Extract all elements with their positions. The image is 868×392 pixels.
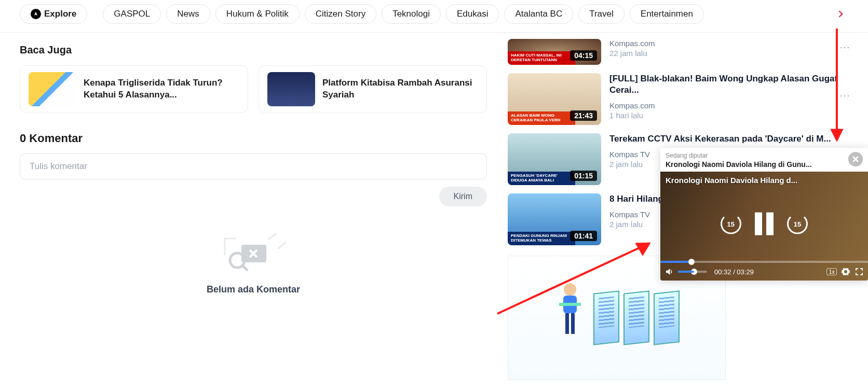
speaker-icon	[664, 267, 674, 276]
video-thumb: HAKIM CUTI MASSAL, INI DERETAN TUNTUTANN…	[508, 39, 601, 65]
nav-explore-label: Explore	[44, 9, 76, 19]
nav-item-gaspol[interactable]: GASPOL	[103, 4, 161, 24]
pause-button[interactable]	[755, 213, 774, 235]
nav-item-news[interactable]: News	[166, 4, 210, 24]
empty-comments: Belum ada Komentar	[20, 224, 487, 295]
comments-heading: 0 Komentar	[20, 132, 487, 145]
volume-button[interactable]	[664, 267, 674, 276]
nav-item-hukum[interactable]: Hukum & Politik	[215, 4, 300, 24]
read-card[interactable]: Kenapa Trigliserida Tidak Turun? Ketahui…	[20, 65, 248, 113]
nav-scroll-right[interactable]	[833, 6, 848, 22]
video-title: Terekam CCTV Aksi Kekerasan pada 'Daycar…	[609, 133, 848, 145]
video-duration: 01:15	[570, 171, 597, 181]
video-row[interactable]: ALASAN BAIM WONG CERAIKAN PAULA VERH 21:…	[508, 73, 848, 125]
read-card[interactable]: Platform Kitabisa Rambah Asuransi Syaria…	[259, 65, 487, 113]
player-time: 00:32 / 03:29	[714, 268, 754, 276]
player-video[interactable]: Kronologi Naomi Daviola Hilang d... 15 1…	[660, 172, 868, 281]
top-nav: Explore GASPOL News Hukum & Politik Citi…	[0, 0, 868, 33]
player-status: Sedang diputar	[666, 152, 844, 159]
nav-item-tekno[interactable]: Teknologi	[382, 4, 441, 24]
nav-item-atalanta[interactable]: Atalanta BC	[504, 4, 573, 24]
video-thumb: ALASAN BAIM WONG CERAIKAN PAULA VERH 21:…	[508, 73, 601, 125]
send-button[interactable]: Kirim	[439, 187, 487, 206]
read-title: Platform Kitabisa Rambah Asuransi Syaria…	[322, 77, 478, 101]
video-source: Kompas.com	[609, 39, 842, 48]
rewind-15-button[interactable]: 15	[721, 214, 741, 234]
empty-text: Belum ada Komentar	[20, 284, 487, 295]
read-thumb	[267, 72, 315, 106]
lower-third: ALASAN BAIM WONG CERAIKAN PAULA VERH	[508, 111, 575, 125]
video-ago: 22 jam lalu	[609, 49, 842, 58]
read-thumb	[29, 72, 76, 106]
video-title: [FULL] Blak-blakan! Baim Wong Ungkap Ala…	[609, 73, 842, 96]
video-source: Kompas.com	[609, 101, 842, 110]
comment-input[interactable]	[20, 153, 487, 179]
close-icon	[852, 156, 859, 163]
nav-item-entertainment[interactable]: Entertainmen	[630, 4, 704, 24]
nav-explore[interactable]: Explore	[20, 4, 87, 24]
lower-third: HAKIM CUTI MASSAL, INI DERETAN TUNTUTANN	[508, 51, 575, 65]
video-row[interactable]: HAKIM CUTI MASSAL, INI DERETAN TUNTUTANN…	[508, 39, 848, 65]
svg-marker-13	[831, 129, 843, 142]
read-title: Kenapa Trigliserida Tidak Turun? Ketahui…	[84, 77, 239, 101]
player-title: Kronologi Naomi Daviola Hilang di Gunu..…	[666, 160, 844, 169]
video-thumb: PENGASUH 'DAYCARE' DIDUGA ANIAYA BALI 01…	[508, 133, 601, 185]
annotation-arrow	[821, 23, 852, 150]
fullscreen-button[interactable]	[855, 267, 864, 276]
volume-slider[interactable]	[678, 271, 707, 273]
video-duration: 21:43	[570, 110, 597, 121]
nav-item-edukasi[interactable]: Edukasi	[446, 4, 499, 24]
empty-illustration	[209, 224, 297, 276]
floating-player: Sedang diputar Kronologi Naomi Daviola H…	[660, 148, 868, 281]
video-duration: 04:15	[570, 50, 597, 61]
speed-button[interactable]: 1x	[826, 268, 837, 275]
forward-15-button[interactable]: 15	[787, 214, 808, 234]
svg-line-2	[242, 265, 248, 271]
lower-third: PENGASUH 'DAYCARE' DIDUGA ANIAYA BALI	[508, 172, 575, 185]
svg-line-14	[497, 246, 643, 314]
compass-icon	[31, 9, 41, 19]
fullscreen-icon	[855, 267, 864, 276]
annotation-arrow	[492, 236, 658, 321]
player-close[interactable]	[848, 152, 863, 166]
settings-button[interactable]	[841, 267, 850, 276]
read-also-heading: Baca Juga	[20, 44, 487, 56]
video-ago: 1 hari lalu	[609, 111, 842, 120]
gear-icon	[841, 267, 850, 276]
player-overlay-title: Kronologi Naomi Daviola Hilang d...	[666, 176, 837, 185]
nav-item-travel[interactable]: Travel	[578, 4, 625, 24]
nav-item-citizen[interactable]: Citizen Story	[305, 4, 376, 24]
chevron-right-icon	[835, 9, 846, 19]
